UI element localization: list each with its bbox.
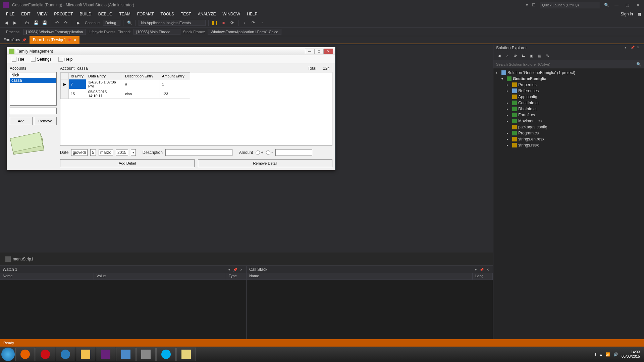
add-detail-button[interactable]: Add Detail <box>60 159 195 167</box>
process-dropdown[interactable]: [10984] WindowsFormsApplication <box>23 29 86 35</box>
cell[interactable]: 05/03/2015 14:10:11 <box>86 89 123 99</box>
tree-node[interactable]: ▸DboInfo.cs <box>493 106 644 112</box>
col-header[interactable]: Id Entry <box>69 73 86 79</box>
tree-node-solution[interactable]: ▸Solution 'GestioneFamiglia' (1 project) <box>493 70 644 76</box>
list-item[interactable]: Nick <box>10 72 56 78</box>
properties-icon[interactable]: ✎ <box>544 53 550 59</box>
day-dropdown[interactable]: 5 <box>90 149 96 156</box>
thread-dropdown[interactable]: [10056] Main Thread <box>133 29 180 35</box>
config-dropdown[interactable]: Debug <box>103 20 120 26</box>
step-over-icon[interactable]: ↷ <box>250 19 257 26</box>
amount-input[interactable] <box>275 149 312 156</box>
maximize-button[interactable]: ▢ <box>624 2 631 8</box>
taskbar-browser[interactable] <box>56 348 75 361</box>
close-button[interactable]: ✕ <box>635 2 641 8</box>
lifecycle-label[interactable]: Lifecycle Events <box>89 30 115 34</box>
table-row[interactable]: ▶ 7 3/4/2015 1:37:06 PM a 1 <box>61 79 190 89</box>
menu-format[interactable]: FORMAT <box>134 10 157 18</box>
menu-file[interactable]: FILE <box>3 10 18 18</box>
solution-search[interactable]: 🔍 <box>493 60 644 68</box>
search-icon[interactable]: 🔍 <box>604 3 609 7</box>
menu-project[interactable]: PROJECT <box>51 10 76 18</box>
tray-clock[interactable]: 14:33 05/03/2015 <box>622 350 640 359</box>
month-dropdown[interactable]: marzo <box>99 149 113 156</box>
menu-window[interactable]: WINDOW <box>219 10 244 18</box>
dropdown-icon[interactable]: ▾ <box>227 267 231 272</box>
component-item[interactable]: menuStrip1 <box>13 257 33 261</box>
app-menu-file[interactable]: File <box>8 56 28 63</box>
add-account-button[interactable]: Add <box>10 117 33 125</box>
menu-help[interactable]: HELP <box>244 10 261 18</box>
year-dropdown[interactable]: 2015 <box>116 149 128 156</box>
save-icon[interactable]: 💾 <box>33 19 39 26</box>
col-header[interactable]: Type <box>226 273 246 280</box>
taskbar-app[interactable] <box>116 348 136 361</box>
pin-icon[interactable]: 📌 <box>67 38 71 42</box>
cell[interactable]: 1 <box>160 79 190 89</box>
find-icon[interactable]: 🔍 <box>126 19 133 26</box>
app-titlebar[interactable]: Family Management — ▢ ✕ <box>7 47 335 55</box>
menu-team[interactable]: TEAM <box>116 10 133 18</box>
pin-icon[interactable]: 📌 <box>479 267 484 272</box>
taskbar-app[interactable] <box>176 348 196 361</box>
app-maximize-button[interactable]: ▢ <box>314 49 324 54</box>
cell[interactable]: ciao <box>123 89 160 99</box>
solution-tree[interactable]: ▸Solution 'GestioneFamiglia' (1 project)… <box>493 68 644 345</box>
taskbar-firefox[interactable] <box>15 348 35 361</box>
tree-node[interactable]: ▸ContiInfo.cs <box>493 100 644 106</box>
restart-icon[interactable]: ⟳ <box>229 19 235 26</box>
amount-minus-radio[interactable]: - <box>266 150 273 155</box>
step-into-icon[interactable]: ↓ <box>241 19 248 26</box>
menu-test[interactable]: TEST <box>177 10 195 18</box>
taskbar-skype[interactable] <box>156 348 176 361</box>
taskbar-explorer[interactable] <box>76 348 95 361</box>
tree-node[interactable]: ▸Movimenti.cs <box>493 118 644 124</box>
cell[interactable]: 7 <box>69 79 86 89</box>
tree-node[interactable]: ▸Form1.cs <box>493 112 644 118</box>
col-header[interactable]: Description Entry <box>123 73 160 79</box>
minimize-button[interactable]: — <box>613 2 620 8</box>
stop-icon[interactable]: ■ <box>220 19 227 26</box>
col-header[interactable]: Data Entry <box>86 73 123 79</box>
home-icon[interactable]: ⌂ <box>504 53 510 59</box>
menu-debug[interactable]: DEBUG <box>95 10 116 18</box>
tab-form1-design[interactable]: Form1.cs [Design] 📌 ✕ <box>30 36 79 44</box>
tree-node[interactable]: packages.config <box>493 124 644 130</box>
feedback-icon[interactable]: ☐ <box>532 3 536 7</box>
date-picker[interactable]: ▾ <box>131 149 136 156</box>
menu-view[interactable]: VIEW <box>34 10 51 18</box>
remove-account-button[interactable]: Remove <box>34 117 57 125</box>
description-input[interactable] <box>165 149 232 156</box>
tray-arrow-icon[interactable]: ▴ <box>600 352 602 357</box>
tree-node[interactable]: App.config <box>493 94 644 100</box>
sync-icon[interactable]: ⇆ <box>520 53 526 59</box>
menu-edit[interactable]: EDIT <box>18 10 34 18</box>
start-button[interactable] <box>1 348 15 361</box>
pin-icon[interactable]: 📌 <box>233 267 237 272</box>
continue-icon[interactable]: ▶ <box>75 19 82 26</box>
dropdown-icon[interactable]: ▾ <box>473 267 478 272</box>
app-minimize-button[interactable]: — <box>305 49 314 54</box>
close-icon[interactable]: ✕ <box>73 38 76 42</box>
tree-node[interactable]: ▸strings.resx <box>493 142 644 148</box>
refresh-icon[interactable]: ⟳ <box>512 53 518 59</box>
notifications-icon[interactable]: ▾ <box>526 3 528 7</box>
dropdown-icon[interactable]: ▾ <box>625 46 629 50</box>
pin-icon[interactable]: 📌 <box>631 46 635 50</box>
taskbar-visual-studio[interactable] <box>96 348 115 361</box>
close-icon[interactable]: ✕ <box>239 267 244 272</box>
taskbar-opera[interactable] <box>36 348 55 361</box>
step-out-icon[interactable]: ↑ <box>259 19 265 26</box>
dow-dropdown[interactable]: giovedì <box>71 149 88 156</box>
stackframe-dropdown[interactable]: WindowsFormsApplication1.Form1.Calco <box>208 29 281 35</box>
col-header[interactable]: Name <box>0 273 94 280</box>
tree-node[interactable]: ▸strings.en.resx <box>493 136 644 142</box>
solution-search-input[interactable] <box>496 62 636 66</box>
remove-detail-button[interactable]: Remove Detail <box>198 159 332 167</box>
back-icon[interactable]: ◀ <box>496 53 502 59</box>
cell[interactable]: 3/4/2015 1:37:06 PM <box>86 79 123 89</box>
cell[interactable]: 123 <box>160 89 190 99</box>
entries-grid[interactable]: Id Entry Data Entry Description Entry Am… <box>60 72 332 146</box>
menu-analyze[interactable]: ANALYZE <box>195 10 219 18</box>
component-tray[interactable]: menuStrip1 <box>0 252 493 265</box>
